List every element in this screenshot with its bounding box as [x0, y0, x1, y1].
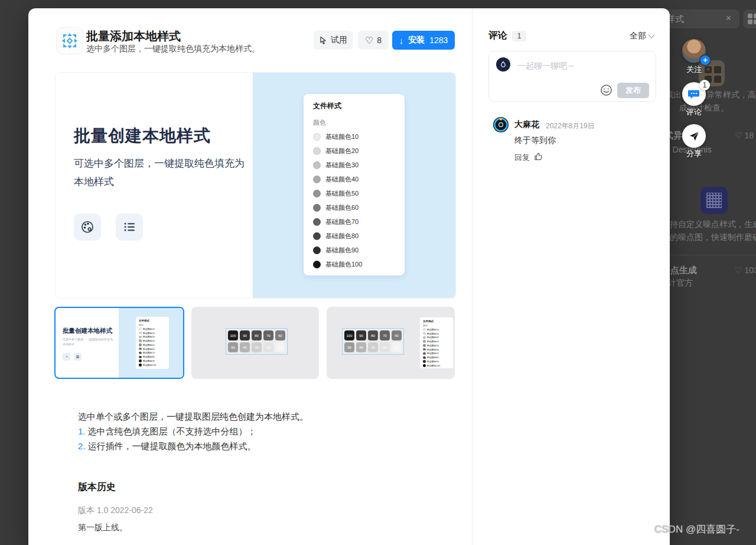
description-step: 1.选中含纯色填充图层（不支持选中分组）； [78, 426, 256, 437]
publish-button[interactable]: 发布 [617, 83, 649, 98]
pinwheel-icon [61, 32, 79, 50]
description-intro: 选中单个或多个图层，一键提取图层纯色创建为本地样式。 [78, 411, 308, 423]
commenter-name[interactable]: 大麻花 [514, 119, 539, 130]
backdrop-card2-desc2: 的噪点图，快速制作磨砂效果。 [670, 232, 756, 243]
page-title: 批量添加本地样式 [86, 28, 181, 44]
noise-icon [706, 193, 722, 208]
install-button[interactable]: ↓ 安装 1283 [392, 31, 455, 50]
swatch-color [313, 147, 321, 155]
thumbs-up-icon [534, 152, 543, 161]
comments-header: 评论 1 [488, 30, 526, 42]
palette-icon [80, 220, 94, 234]
swatch-row: 基础颜色10 [313, 133, 405, 141]
thumbnail-3[interactable]: 100 90 80 70 60 50 40 30 20 10 文件样式 颜色 基… [327, 307, 455, 379]
swatch-row: 基础颜色70 [313, 218, 405, 226]
mini-palette-icon: ◔ [63, 353, 70, 361]
swatch-color [313, 218, 321, 226]
install-label: 安装 [408, 35, 425, 46]
thumbnail-2[interactable]: 100 90 80 70 60 50 40 30 20 10 [191, 307, 319, 379]
smiley-icon [600, 84, 612, 96]
plugin-detail-modal: 批量添加本地样式 选中多个图层，一键提取纯色填充为本地样式。 试用 ♡ 8 ↓ … [28, 8, 670, 545]
file-styles-panel: 文件样式 颜色 基础颜色10 基础颜色20 基础颜色30 基础颜色40 基础颜色… [304, 94, 405, 275]
preview-hero: 批量创建本地样式 可选中多个图层，一键提取纯色填充为本地样式 文件样式 颜色 基… [55, 72, 456, 299]
swatch-color [313, 261, 321, 268]
share-fab[interactable] [682, 124, 706, 148]
mini-panel: 文件样式 颜色 基础颜色10 基础颜色20 基础颜色30 基础颜色40 基础颜色… [420, 317, 453, 368]
color-squares: 100 90 80 70 60 50 40 30 20 10 [344, 330, 402, 352]
comment-input-card[interactable]: 一起聊一聊吧～ 发布 [488, 51, 656, 102]
paper-plane-icon [689, 131, 700, 142]
share-fab-label: 分享 [682, 148, 706, 159]
backdrop-card1-likes: ♡ 18 [735, 131, 754, 140]
palette-icon-tile [74, 213, 101, 241]
comment-like-button[interactable] [534, 152, 543, 163]
backdrop-search-input[interactable]: 样式 × [662, 9, 739, 28]
chat-bubble-icon [688, 89, 700, 99]
emoji-button[interactable] [600, 84, 612, 99]
like-button[interactable]: ♡ 8 [358, 31, 389, 50]
swatch-row: 基础颜色100 [313, 261, 405, 268]
swatch-row: 基础颜色30 [313, 161, 405, 169]
backdrop-card2-desc1: 支持自定义噪点样式，生成适应场 [662, 219, 756, 230]
comments-filter-dropdown[interactable]: 全部 [630, 31, 654, 41]
swatch-row: 基础颜色50 [313, 190, 405, 197]
heart-icon: ♡ [735, 265, 742, 275]
swatch-row: 基础颜色60 [313, 204, 405, 212]
try-button[interactable]: 试用 [314, 31, 353, 50]
swatch-color [313, 161, 321, 169]
preview-description: 可选中多个图层，一键提取纯色填充为本地样式 [74, 154, 245, 191]
heart-icon: ♡ [735, 131, 742, 140]
chevron-down-icon [648, 31, 654, 38]
mini-checklist-icon: ≣ [74, 353, 82, 361]
backdrop-plugin-icon-2 [700, 187, 728, 214]
comments-count-badge: 1 [512, 31, 526, 41]
cursor-click-icon [319, 36, 327, 44]
panel-divider [472, 8, 472, 545]
swatch-color [313, 133, 321, 141]
thumbnail-1-selected[interactable]: 批量创建本地样式 可选中多个图层，一键提取纯色填充为 本地样式 ◔ ≣ 文件样式… [54, 307, 184, 379]
reply-button[interactable]: 回复 [514, 153, 530, 163]
comment-count-badge: 1 [699, 80, 710, 90]
try-label: 试用 [331, 35, 347, 46]
checklist-icon-tile [116, 213, 143, 241]
mini-panel: 文件样式 颜色 基础颜色10 基础颜色20 基础颜色30 基础颜色40 基础颜色… [136, 317, 169, 369]
comment-text: 终于等到你 [514, 135, 556, 146]
swatch-row: 基础颜色40 [313, 176, 405, 183]
panel-title: 文件样式 [313, 101, 405, 111]
follow-label: 关注 [682, 64, 706, 75]
backdrop-card2-likes: ♡ 103 [735, 265, 756, 275]
comments-heading: 评论 [488, 30, 507, 42]
backdrop-divider [670, 255, 756, 255]
swatch-color [313, 190, 321, 197]
heart-icon: ♡ [365, 35, 373, 46]
swatch-row: 基础颜色20 [313, 147, 405, 155]
logo-droplet-icon [499, 60, 507, 69]
swatch-color [313, 232, 321, 240]
swatch-list: 基础颜色10 基础颜色20 基础颜色30 基础颜色40 基础颜色50 基础颜色6… [313, 133, 405, 268]
swatch-row: 基础颜色80 [313, 232, 405, 240]
preview-headline: 批量创建本地样式 [74, 125, 211, 147]
page-subtitle: 选中多个图层，一键提取纯色填充为本地样式。 [86, 44, 260, 54]
version-history-heading: 版本历史 [78, 481, 116, 494]
download-icon: ↓ [399, 35, 404, 46]
comment-input[interactable]: 一起聊一聊吧～ [517, 61, 575, 72]
version-line: 版本 1.0 2022-06-22 [78, 505, 153, 516]
like-count: 8 [377, 35, 382, 45]
color-squares: 100 90 80 70 60 50 40 30 20 10 [228, 330, 285, 352]
swatch-color [313, 204, 321, 212]
version-note: 第一版上线。 [78, 523, 128, 533]
comment-date: 2022年8月19日 [546, 121, 595, 131]
install-count: 1283 [429, 35, 448, 45]
search-clear-icon[interactable]: × [726, 13, 731, 24]
plugin-icon [56, 27, 83, 54]
current-user-avatar [496, 57, 510, 72]
swatch-row: 基础颜色90 [313, 246, 405, 254]
grid-icon [748, 14, 756, 24]
panel-group-label: 颜色 [313, 118, 405, 127]
backdrop-grid-button[interactable] [743, 9, 756, 28]
description-step: 2.运行插件，一键提取颜色为本地颜色样式。 [78, 441, 256, 452]
commenter-avatar [493, 117, 509, 135]
watermark: CSDN @四喜圆子- [654, 523, 739, 536]
swatch-color [313, 246, 321, 254]
swatch-color [313, 176, 321, 183]
